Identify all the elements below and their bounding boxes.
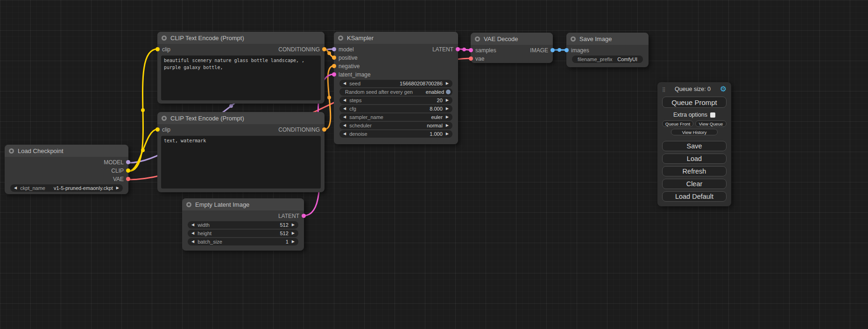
positive-prompt-textarea[interactable]: beautiful scenery nature glass bottle la… [161,56,321,100]
collapse-dot-icon[interactable] [338,35,343,41]
collapse-dot-icon[interactable] [186,202,191,207]
output-label-latent: LATENT [278,213,299,219]
collapse-dot-icon[interactable] [9,148,14,154]
output-port-latent[interactable] [456,47,460,51]
toggle-knob-icon[interactable] [446,90,451,94]
decrement-arrow-icon[interactable]: ◀ [14,186,17,190]
output-label-conditioning: CONDITIONING [278,126,320,133]
decrement-arrow-icon[interactable]: ◀ [343,124,346,127]
input-port-model[interactable] [332,47,336,51]
output-port-vae[interactable] [126,177,130,181]
increment-arrow-icon[interactable]: ▶ [446,98,449,102]
decrement-arrow-icon[interactable]: ◀ [343,107,346,111]
link-midpoint-dot-conditioning-positive [327,51,331,55]
increment-arrow-icon[interactable]: ▶ [292,223,295,227]
output-port-conditioning[interactable] [322,47,326,51]
increment-arrow-icon[interactable]: ▶ [116,186,119,190]
input-label-positive: positive [339,55,358,61]
input-port-clip[interactable] [155,127,160,132]
widget-batch-size[interactable]: ◀ batch_size 1 ▶ [188,238,298,245]
input-port-clip[interactable] [155,47,160,51]
load-button[interactable]: Load [662,154,727,164]
decrement-arrow-icon[interactable]: ◀ [191,240,194,244]
node-empty-latent-image[interactable]: Empty Latent Image LATENT ◀ width 512 ▶ … [182,198,304,251]
node-title-bar[interactable]: KSampler [334,32,458,44]
widget-steps[interactable]: ◀ steps 20 ▶ [339,97,452,104]
increment-arrow-icon[interactable]: ▶ [292,240,295,244]
widget-scheduler[interactable]: ◀ scheduler normal ▶ [339,122,452,129]
decrement-arrow-icon[interactable]: ◀ [343,82,346,85]
input-port-negative[interactable] [332,64,336,68]
output-port-model[interactable] [126,160,130,164]
input-port-images[interactable] [565,48,569,52]
graph-canvas[interactable]: Load Checkpoint MODEL CLIP VAE [0,0,868,329]
collapse-dot-icon[interactable] [571,36,576,42]
output-port-clip[interactable] [126,168,130,173]
collapse-dot-icon[interactable] [475,36,480,42]
node-title: Load Checkpoint [18,147,64,154]
increment-arrow-icon[interactable]: ▶ [446,107,449,111]
refresh-button[interactable]: Refresh [662,166,727,176]
widget-label: sampler_name [349,114,383,120]
increment-arrow-icon[interactable]: ▶ [446,82,449,85]
widget-width[interactable]: ◀ width 512 ▶ [188,221,298,229]
node-clip-text-encode-negative[interactable]: CLIP Text Encode (Prompt) clip CONDITION… [157,112,325,192]
widget-label: ckpt_name [20,185,45,191]
node-vae-decode[interactable]: VAE Decode samples IMAGE vae [471,33,553,63]
decrement-arrow-icon[interactable]: ◀ [343,132,346,136]
negative-prompt-textarea[interactable]: text, watermark [161,136,321,189]
widget-sampler-name[interactable]: ◀ sampler_name euler ▶ [339,113,452,121]
widget-denoise[interactable]: ◀ denoise 1.000 ▶ [339,130,452,138]
link-midpoint-dot-image [557,48,561,52]
collapse-dot-icon[interactable] [162,35,167,41]
node-title-bar[interactable]: Load Checkpoint [5,145,128,157]
extra-options-checkbox[interactable] [710,112,715,118]
output-port-latent[interactable] [302,214,306,218]
increment-arrow-icon[interactable]: ▶ [292,231,295,235]
decrement-arrow-icon[interactable]: ◀ [343,115,346,119]
node-title-bar[interactable]: Empty Latent Image [182,198,304,210]
input-port-samples[interactable] [469,48,473,52]
save-button[interactable]: Save [662,141,727,151]
increment-arrow-icon[interactable]: ▶ [446,115,449,119]
settings-gear-icon[interactable]: ⚙ [720,85,727,93]
view-queue-button[interactable]: View Queue [695,120,727,127]
decrement-arrow-icon[interactable]: ◀ [343,98,346,102]
input-port-latent-image[interactable] [332,72,336,77]
node-ksampler[interactable]: KSampler model LATENT positive [334,32,458,144]
increment-arrow-icon[interactable]: ▶ [446,124,449,127]
slot-row: CLIP [5,167,128,175]
widget-random-seed-toggle[interactable]: Random seed after every gen enabled [339,88,452,96]
collapse-dot-icon[interactable] [162,116,167,121]
link-midpoint-dot-clip-to-positive [141,108,145,112]
increment-arrow-icon[interactable]: ▶ [446,132,449,136]
queue-front-button[interactable]: Queue Front [662,120,693,127]
widget-value: 1 [286,239,289,245]
node-clip-text-encode-positive[interactable]: CLIP Text Encode (Prompt) clip CONDITION… [157,32,325,104]
output-port-image[interactable] [550,48,555,52]
node-load-checkpoint[interactable]: Load Checkpoint MODEL CLIP VAE [5,145,128,194]
decrement-arrow-icon[interactable]: ◀ [191,223,194,227]
widget-value: 512 [280,231,288,236]
input-port-positive[interactable] [332,56,336,60]
view-history-button[interactable]: View History [671,129,717,135]
decrement-arrow-icon[interactable]: ◀ [191,231,194,235]
queue-prompt-button[interactable]: Queue Prompt [662,97,727,108]
node-title-bar[interactable]: CLIP Text Encode (Prompt) [157,112,325,124]
widget-height[interactable]: ◀ height 512 ▶ [188,230,298,237]
widget-seed[interactable]: ◀ seed 156680208700286 ▶ [339,80,452,87]
extra-options-label: Extra options [673,112,707,118]
load-default-button[interactable]: Load Default [662,191,727,202]
drag-handle-icon[interactable]: ⣿ [662,87,665,92]
widget-cfg[interactable]: ◀ cfg 8.000 ▶ [339,105,452,112]
widget-ckpt-name[interactable]: ◀ ckpt_name v1-5-pruned-emaonly.ckpt ▶ [10,184,123,192]
input-port-vae[interactable] [469,56,473,61]
clear-button[interactable]: Clear [662,179,727,189]
node-title-bar[interactable]: Save Image [566,33,649,45]
widget-filename-prefix[interactable]: filename_prefix ComfyUI [572,56,643,63]
input-label-samples: samples [475,47,496,54]
node-save-image[interactable]: Save Image images filename_prefix ComfyU… [566,33,649,67]
output-port-conditioning[interactable] [322,127,326,132]
node-title-bar[interactable]: CLIP Text Encode (Prompt) [157,32,325,44]
node-title-bar[interactable]: VAE Decode [471,33,553,45]
